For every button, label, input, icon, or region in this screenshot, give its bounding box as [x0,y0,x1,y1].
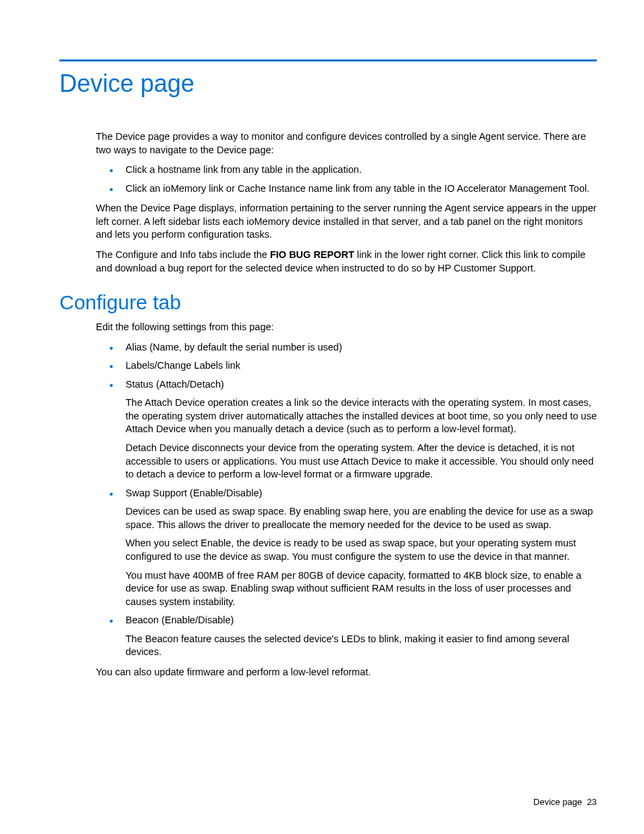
intro-paragraph-1: The Device page provides a way to monito… [96,130,597,157]
config-item-alias: Alias (Name, by default the serial numbe… [96,341,597,355]
body-column: The Device page provides a way to monito… [96,130,597,275]
intro-bullet-1: Click a hostname link from any table in … [96,163,597,177]
configure-outro: You can also update firmware and perform… [96,666,597,679]
intro-paragraph-3: The Configure and Info tabs include the … [96,249,597,275]
top-rule [59,59,597,61]
config-item-swap: Swap Support (Enable/Disable) Devices ca… [96,487,597,609]
config-item-beacon: Beacon (Enable/Disable) The Beacon featu… [96,614,597,659]
config-beacon-p1: The Beacon feature causes the selected d… [126,633,597,659]
document-page: Device page The Device page provides a w… [0,0,644,834]
intro-bullet-list: Click a hostname link from any table in … [96,163,597,195]
intro-p3-pre: The Configure and Info tabs include the [96,249,270,260]
config-status-head: Status (Attach/Detach) [126,379,224,390]
configure-list: Alias (Name, by default the serial numbe… [96,341,597,659]
footer-page-number: 23 [587,797,597,807]
page-footer: Device page 23 [533,797,597,807]
config-status-p1: The Attach Device operation creates a li… [126,396,597,436]
config-swap-p2: When you select Enable, the device is re… [126,537,597,563]
config-swap-p1: Devices can be used as swap space. By en… [126,505,597,531]
config-beacon-head: Beacon (Enable/Disable) [126,615,234,625]
fio-bug-report-label: FIO BUG REPORT [270,249,354,260]
config-item-labels: Labels/Change Labels link [96,359,597,373]
footer-section-label: Device page [533,797,582,807]
section-configure-title: Configure tab [59,291,597,314]
config-swap-head: Swap Support (Enable/Disable) [126,488,262,498]
configure-intro: Edit the following settings from this pa… [96,321,597,334]
intro-bullet-2: Click an ioMemory link or Cache Instance… [96,182,597,196]
config-swap-p3: You must have 400MB of free RAM per 80GB… [126,569,597,609]
page-title: Device page [59,70,597,98]
config-item-status: Status (Attach/Detach) The Attach Device… [96,378,597,481]
configure-body: Edit the following settings from this pa… [96,321,597,679]
config-status-p2: Detach Device disconnects your device fr… [126,442,597,481]
intro-paragraph-2: When the Device Page displays, informati… [96,202,597,242]
